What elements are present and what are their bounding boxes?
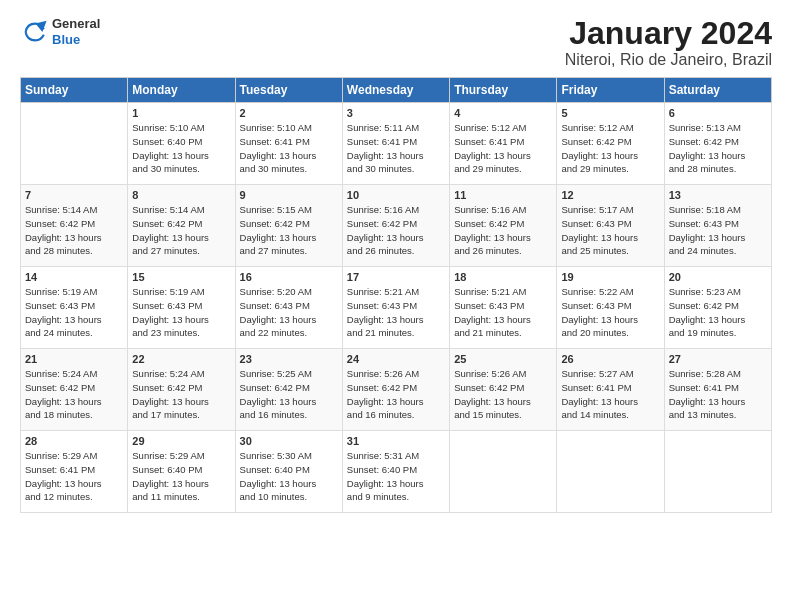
day-number: 27 [669,353,767,365]
day-info: Sunrise: 5:29 AMSunset: 6:40 PMDaylight:… [132,449,230,504]
day-number: 11 [454,189,552,201]
day-info: Sunrise: 5:21 AMSunset: 6:43 PMDaylight:… [347,285,445,340]
calendar-week-2: 7Sunrise: 5:14 AMSunset: 6:42 PMDaylight… [21,185,772,267]
day-number: 26 [561,353,659,365]
day-number: 9 [240,189,338,201]
day-info: Sunrise: 5:12 AMSunset: 6:42 PMDaylight:… [561,121,659,176]
calendar-cell: 29Sunrise: 5:29 AMSunset: 6:40 PMDayligh… [128,431,235,513]
calendar-header-wednesday: Wednesday [342,78,449,103]
day-info: Sunrise: 5:16 AMSunset: 6:42 PMDaylight:… [454,203,552,258]
day-number: 1 [132,107,230,119]
day-info: Sunrise: 5:11 AMSunset: 6:41 PMDaylight:… [347,121,445,176]
calendar-week-3: 14Sunrise: 5:19 AMSunset: 6:43 PMDayligh… [21,267,772,349]
day-number: 29 [132,435,230,447]
day-info: Sunrise: 5:29 AMSunset: 6:41 PMDaylight:… [25,449,123,504]
day-number: 2 [240,107,338,119]
day-info: Sunrise: 5:14 AMSunset: 6:42 PMDaylight:… [132,203,230,258]
day-number: 23 [240,353,338,365]
calendar: SundayMondayTuesdayWednesdayThursdayFrid… [20,77,772,513]
logo-text: General Blue [52,16,100,47]
calendar-header-friday: Friday [557,78,664,103]
day-number: 13 [669,189,767,201]
calendar-cell: 10Sunrise: 5:16 AMSunset: 6:42 PMDayligh… [342,185,449,267]
day-info: Sunrise: 5:26 AMSunset: 6:42 PMDaylight:… [454,367,552,422]
day-number: 19 [561,271,659,283]
calendar-cell: 14Sunrise: 5:19 AMSunset: 6:43 PMDayligh… [21,267,128,349]
day-number: 3 [347,107,445,119]
day-info: Sunrise: 5:19 AMSunset: 6:43 PMDaylight:… [132,285,230,340]
calendar-cell: 30Sunrise: 5:30 AMSunset: 6:40 PMDayligh… [235,431,342,513]
calendar-cell [664,431,771,513]
day-number: 30 [240,435,338,447]
day-number: 6 [669,107,767,119]
day-number: 20 [669,271,767,283]
calendar-header-tuesday: Tuesday [235,78,342,103]
calendar-cell: 5Sunrise: 5:12 AMSunset: 6:42 PMDaylight… [557,103,664,185]
day-info: Sunrise: 5:19 AMSunset: 6:43 PMDaylight:… [25,285,123,340]
title-block: January 2024 Niteroi, Rio de Janeiro, Br… [565,16,772,69]
calendar-cell: 26Sunrise: 5:27 AMSunset: 6:41 PMDayligh… [557,349,664,431]
calendar-cell: 1Sunrise: 5:10 AMSunset: 6:40 PMDaylight… [128,103,235,185]
day-number: 12 [561,189,659,201]
calendar-week-1: 1Sunrise: 5:10 AMSunset: 6:40 PMDaylight… [21,103,772,185]
day-info: Sunrise: 5:28 AMSunset: 6:41 PMDaylight:… [669,367,767,422]
day-info: Sunrise: 5:27 AMSunset: 6:41 PMDaylight:… [561,367,659,422]
day-number: 25 [454,353,552,365]
day-number: 4 [454,107,552,119]
subtitle: Niteroi, Rio de Janeiro, Brazil [565,51,772,69]
calendar-cell: 25Sunrise: 5:26 AMSunset: 6:42 PMDayligh… [450,349,557,431]
day-info: Sunrise: 5:10 AMSunset: 6:41 PMDaylight:… [240,121,338,176]
day-info: Sunrise: 5:15 AMSunset: 6:42 PMDaylight:… [240,203,338,258]
day-info: Sunrise: 5:22 AMSunset: 6:43 PMDaylight:… [561,285,659,340]
calendar-cell: 11Sunrise: 5:16 AMSunset: 6:42 PMDayligh… [450,185,557,267]
calendar-cell: 2Sunrise: 5:10 AMSunset: 6:41 PMDaylight… [235,103,342,185]
page: General Blue January 2024 Niteroi, Rio d… [0,0,792,523]
calendar-cell: 21Sunrise: 5:24 AMSunset: 6:42 PMDayligh… [21,349,128,431]
calendar-cell: 6Sunrise: 5:13 AMSunset: 6:42 PMDaylight… [664,103,771,185]
day-number: 16 [240,271,338,283]
calendar-cell: 19Sunrise: 5:22 AMSunset: 6:43 PMDayligh… [557,267,664,349]
day-number: 21 [25,353,123,365]
day-info: Sunrise: 5:17 AMSunset: 6:43 PMDaylight:… [561,203,659,258]
day-number: 8 [132,189,230,201]
calendar-cell: 28Sunrise: 5:29 AMSunset: 6:41 PMDayligh… [21,431,128,513]
day-info: Sunrise: 5:23 AMSunset: 6:42 PMDaylight:… [669,285,767,340]
calendar-cell: 31Sunrise: 5:31 AMSunset: 6:40 PMDayligh… [342,431,449,513]
day-number: 28 [25,435,123,447]
calendar-cell: 15Sunrise: 5:19 AMSunset: 6:43 PMDayligh… [128,267,235,349]
day-number: 5 [561,107,659,119]
day-number: 24 [347,353,445,365]
calendar-cell: 13Sunrise: 5:18 AMSunset: 6:43 PMDayligh… [664,185,771,267]
calendar-week-4: 21Sunrise: 5:24 AMSunset: 6:42 PMDayligh… [21,349,772,431]
day-info: Sunrise: 5:14 AMSunset: 6:42 PMDaylight:… [25,203,123,258]
calendar-cell [557,431,664,513]
calendar-header-sunday: Sunday [21,78,128,103]
calendar-header-saturday: Saturday [664,78,771,103]
day-number: 14 [25,271,123,283]
calendar-header-monday: Monday [128,78,235,103]
calendar-cell: 3Sunrise: 5:11 AMSunset: 6:41 PMDaylight… [342,103,449,185]
calendar-header-row: SundayMondayTuesdayWednesdayThursdayFrid… [21,78,772,103]
day-info: Sunrise: 5:12 AMSunset: 6:41 PMDaylight:… [454,121,552,176]
day-info: Sunrise: 5:31 AMSunset: 6:40 PMDaylight:… [347,449,445,504]
calendar-cell: 17Sunrise: 5:21 AMSunset: 6:43 PMDayligh… [342,267,449,349]
calendar-cell: 18Sunrise: 5:21 AMSunset: 6:43 PMDayligh… [450,267,557,349]
day-info: Sunrise: 5:24 AMSunset: 6:42 PMDaylight:… [132,367,230,422]
calendar-cell: 9Sunrise: 5:15 AMSunset: 6:42 PMDaylight… [235,185,342,267]
calendar-cell: 7Sunrise: 5:14 AMSunset: 6:42 PMDaylight… [21,185,128,267]
day-number: 31 [347,435,445,447]
calendar-cell: 23Sunrise: 5:25 AMSunset: 6:42 PMDayligh… [235,349,342,431]
header: General Blue January 2024 Niteroi, Rio d… [20,16,772,69]
logo-icon [20,18,48,46]
day-info: Sunrise: 5:26 AMSunset: 6:42 PMDaylight:… [347,367,445,422]
calendar-cell: 24Sunrise: 5:26 AMSunset: 6:42 PMDayligh… [342,349,449,431]
day-number: 15 [132,271,230,283]
calendar-cell: 12Sunrise: 5:17 AMSunset: 6:43 PMDayligh… [557,185,664,267]
day-info: Sunrise: 5:13 AMSunset: 6:42 PMDaylight:… [669,121,767,176]
calendar-header-thursday: Thursday [450,78,557,103]
day-info: Sunrise: 5:24 AMSunset: 6:42 PMDaylight:… [25,367,123,422]
day-info: Sunrise: 5:25 AMSunset: 6:42 PMDaylight:… [240,367,338,422]
calendar-cell: 16Sunrise: 5:20 AMSunset: 6:43 PMDayligh… [235,267,342,349]
day-info: Sunrise: 5:16 AMSunset: 6:42 PMDaylight:… [347,203,445,258]
day-info: Sunrise: 5:10 AMSunset: 6:40 PMDaylight:… [132,121,230,176]
